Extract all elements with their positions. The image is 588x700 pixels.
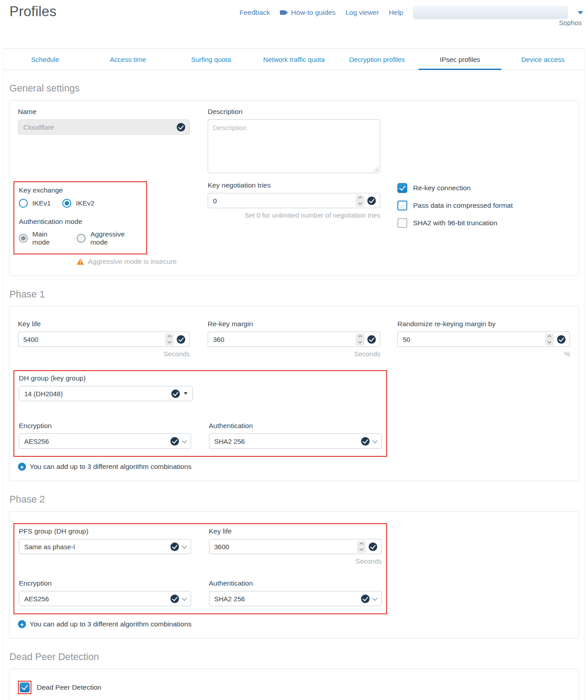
tab-schedule[interactable]: Schedule bbox=[4, 49, 87, 70]
phase1-key-life-input[interactable]: 5400 bbox=[18, 332, 190, 347]
chevron-down-icon bbox=[182, 543, 187, 548]
valid-check-icon bbox=[367, 197, 376, 205]
resize-handle-icon[interactable] bbox=[373, 166, 379, 171]
main-mode-radio bbox=[19, 234, 28, 243]
phase2-key-life-input[interactable]: 3600 bbox=[209, 539, 382, 554]
rekey-margin-input[interactable]: 360 bbox=[208, 332, 380, 347]
add-combination-icon[interactable]: + bbox=[18, 463, 26, 471]
add-combination-icon[interactable]: + bbox=[18, 620, 26, 628]
sha2-truncation-checkbox bbox=[397, 218, 407, 228]
general-settings-heading: General settings bbox=[9, 83, 584, 94]
phase1-encryption-select[interactable]: AES256 bbox=[19, 433, 191, 449]
pfs-group-label: PFS group (DH group) bbox=[19, 527, 191, 535]
feedback-link[interactable]: Feedback bbox=[240, 9, 270, 17]
rekey-margin-unit: Seconds bbox=[208, 350, 380, 358]
page-title: Profiles bbox=[9, 4, 57, 20]
chevron-down-icon bbox=[372, 595, 377, 600]
name-label: Name bbox=[18, 108, 190, 116]
phase2-heading: Phase 2 bbox=[9, 494, 584, 505]
valid-check-icon bbox=[361, 437, 370, 446]
howto-guides-link[interactable]: How-to guides bbox=[280, 9, 335, 17]
key-negotiation-input[interactable]: 0 bbox=[208, 193, 380, 208]
video-camera-icon bbox=[280, 10, 286, 15]
key-exchange-annotation-box: Key exchange IKEv1 IKEv2 Authentication … bbox=[13, 181, 147, 254]
sha2-truncation-label: SHA2 with 96-bit truncation bbox=[413, 219, 497, 227]
valid-check-icon bbox=[369, 542, 377, 551]
randomize-margin-input[interactable]: 50 bbox=[397, 332, 570, 347]
phase2-algorithms-annotation-box: PFS group (DH group) Same as phase-I Key… bbox=[13, 523, 387, 614]
tab-surfing-quota[interactable]: Surfing quota bbox=[170, 49, 253, 70]
key-exchange-label: Key exchange bbox=[19, 186, 142, 194]
phase1-authentication-label: Authentication bbox=[209, 422, 382, 430]
phase1-combo-note: You can add up to 3 different algorithm … bbox=[30, 463, 192, 471]
phase2-encryption-select[interactable]: AES256 bbox=[19, 591, 191, 606]
stepper-icon[interactable] bbox=[165, 333, 174, 346]
randomize-margin-label: Randomize re-keying margin by bbox=[397, 320, 570, 328]
log-viewer-link[interactable]: Log viewer bbox=[345, 9, 379, 17]
key-negotiation-help: Set 0 for unlimited number of negotiatio… bbox=[208, 211, 380, 219]
ikev2-radio[interactable] bbox=[62, 199, 71, 208]
valid-check-icon bbox=[361, 595, 370, 603]
user-menu-redacted[interactable] bbox=[413, 6, 568, 19]
user-menu-caret-icon[interactable] bbox=[578, 11, 583, 14]
tab-access-time[interactable]: Access time bbox=[87, 49, 170, 70]
help-link[interactable]: Help bbox=[389, 9, 403, 17]
page-header: Profiles Feedback How-to guides Log view… bbox=[0, 0, 588, 48]
general-settings-panel: Name Cloudflare Description Description … bbox=[9, 100, 579, 276]
stepper-icon[interactable] bbox=[356, 333, 364, 346]
valid-check-icon bbox=[171, 389, 180, 398]
phase2-panel: PFS group (DH group) Same as phase-I Key… bbox=[9, 511, 579, 639]
main-mode-label: Main mode bbox=[32, 230, 65, 246]
phase2-key-life-unit: Seconds bbox=[209, 557, 382, 565]
valid-check-icon bbox=[170, 595, 179, 603]
pfs-group-select[interactable]: Same as phase-I bbox=[19, 539, 191, 554]
chevron-down-icon bbox=[372, 438, 377, 443]
description-textarea[interactable]: Description bbox=[208, 119, 380, 173]
dropdown-caret-icon bbox=[184, 392, 187, 395]
content-frame: Schedule Access time Surfing quota Netwo… bbox=[3, 48, 585, 700]
phase2-encryption-label: Encryption bbox=[19, 579, 191, 587]
tab-device-access[interactable]: Device access bbox=[501, 49, 584, 70]
valid-check-icon bbox=[177, 335, 185, 344]
dh-group-label: DH group (key group) bbox=[19, 374, 382, 382]
phase2-authentication-select[interactable]: SHA2 256 bbox=[209, 591, 382, 606]
description-placeholder: Description bbox=[213, 124, 247, 131]
dpd-heading: Dead Peer Detection bbox=[9, 652, 584, 663]
aggressive-mode-radio bbox=[77, 234, 86, 243]
warning-icon bbox=[77, 258, 84, 265]
phase1-algorithms-annotation-box: DH group (key group) 14 (DH2048) Encrypt… bbox=[13, 370, 387, 457]
valid-check-icon bbox=[170, 437, 179, 446]
randomize-margin-unit: % bbox=[397, 350, 570, 358]
dpd-enable-checkbox[interactable] bbox=[20, 682, 30, 692]
phase1-key-life-label: Key life bbox=[18, 320, 190, 328]
tab-decryption-profiles[interactable]: Decryption profiles bbox=[335, 49, 418, 70]
chevron-down-icon bbox=[182, 438, 187, 443]
ikev2-label[interactable]: IKEv2 bbox=[76, 199, 94, 207]
phase2-combo-note: You can add up to 3 different algorithm … bbox=[30, 620, 192, 628]
rekey-connection-checkbox[interactable] bbox=[397, 183, 407, 193]
compressed-format-checkbox[interactable] bbox=[397, 201, 407, 210]
tab-ipsec-profiles[interactable]: IPsec profiles bbox=[418, 49, 501, 70]
aggressive-mode-label: Aggressive mode bbox=[90, 230, 142, 246]
compressed-format-label[interactable]: Pass data in compressed format bbox=[413, 201, 513, 210]
valid-check-icon bbox=[367, 335, 376, 344]
dpd-panel: Dead Peer Detection Check peer after eve… bbox=[9, 669, 579, 700]
stepper-icon[interactable] bbox=[357, 541, 366, 553]
valid-check-icon bbox=[177, 123, 185, 131]
stepper-icon[interactable] bbox=[356, 195, 364, 207]
dpd-enable-label[interactable]: Dead Peer Detection bbox=[37, 683, 101, 691]
phase1-heading: Phase 1 bbox=[9, 289, 584, 300]
key-negotiation-label: Key negotiation tries bbox=[208, 181, 380, 189]
description-label: Description bbox=[208, 108, 380, 116]
valid-check-icon bbox=[170, 542, 179, 551]
ikev1-label[interactable]: IKEv1 bbox=[32, 199, 51, 207]
dh-group-select[interactable]: 14 (DH2048) bbox=[19, 386, 193, 401]
brand-label: Sophos bbox=[559, 19, 582, 26]
ikev1-radio[interactable] bbox=[19, 199, 28, 208]
phase1-authentication-select[interactable]: SHA2 256 bbox=[209, 433, 382, 449]
name-input: Cloudflare bbox=[18, 119, 190, 135]
auth-mode-label: Authentication mode bbox=[19, 218, 142, 226]
stepper-icon[interactable] bbox=[545, 333, 554, 346]
rekey-connection-label[interactable]: Re-key connection bbox=[413, 184, 470, 192]
tab-network-traffic-quota[interactable]: Network traffic quota bbox=[253, 49, 335, 70]
